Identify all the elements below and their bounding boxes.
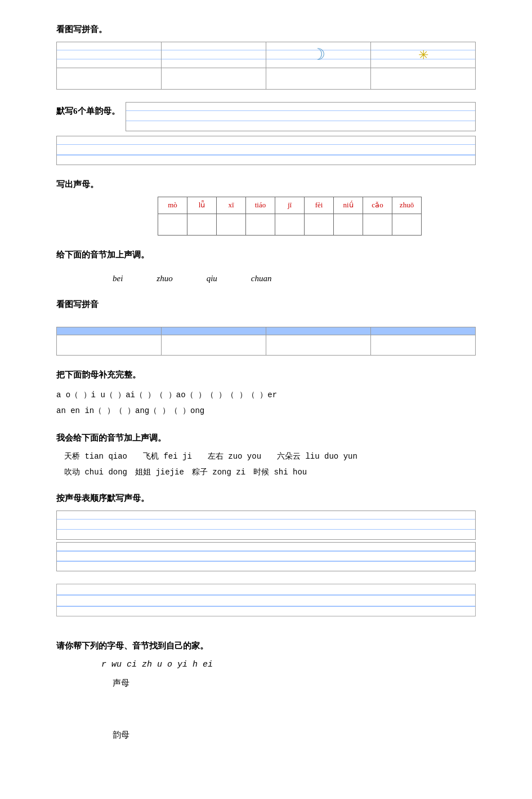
kw-4[interactable] — [371, 335, 476, 355]
ph-1: mò — [158, 197, 187, 214]
pinyin-header-row: mò lǖ xī tiáo jī fèi niǘ cǎo zhuō — [158, 197, 422, 214]
tones-area: bei zhuo qiu chuan — [56, 272, 476, 285]
mouxie-extra-box[interactable] — [56, 136, 476, 165]
ans-2[interactable] — [187, 214, 217, 235]
section-kangtu-2: 看图写拼音 — [56, 298, 476, 356]
section-jiayin: 我会给下面的音节加上声调。 天桥 tian qiao 飞机 fei ji 左右 … — [56, 431, 476, 479]
ans-4[interactable] — [246, 214, 275, 235]
section-zhaojia: 请你帮下列的字母、音节找到自己的家。 r wu ci zh u o yi h e… — [56, 629, 476, 742]
ans-6[interactable] — [305, 214, 334, 235]
ans-5[interactable] — [275, 214, 305, 235]
shengmu-label-text: 声母 — [113, 678, 129, 687]
ph-7: niǘ — [334, 197, 363, 214]
s5-title: 看图写拼音 — [56, 298, 476, 311]
letters-text: r wu ci zh u o yi h ei — [101, 658, 213, 672]
kl-4 — [371, 327, 476, 335]
kangtu-write-4[interactable] — [371, 68, 476, 89]
shengmu-write-box-1[interactable] — [56, 511, 476, 540]
kangtu-write-row — [57, 335, 476, 355]
kangtu-write-2[interactable] — [162, 68, 266, 89]
section-按shengmu: 按声母表顺序默写声母。 — [56, 491, 476, 571]
shengmu-table: mò lǖ xī tiáo jī fèi niǘ cǎo zhuō — [158, 197, 422, 236]
yunmu-text-2: an en in（ ）（ ）ang（ ）（ ）ong — [56, 406, 204, 415]
ans-1[interactable] — [158, 214, 187, 235]
s8-title: 按声母表顺序默写声母。 — [56, 491, 476, 505]
shengmu-write-box-2[interactable] — [56, 542, 476, 571]
jiayin-line-1: 天桥 tian qiao 飞机 fei ji 左右 zuo you 六朵云 li… — [56, 450, 476, 463]
section-extra-box — [56, 584, 476, 616]
kangtu-cell-1[interactable] — [57, 42, 162, 68]
letter-row: r wu ci zh u o yi h ei — [56, 658, 476, 672]
tone-1: bei — [113, 272, 123, 285]
ph-8: cǎo — [363, 197, 392, 214]
kw-1[interactable] — [57, 335, 162, 355]
ph-3: xī — [217, 197, 246, 214]
s9-title: 请你帮下列的字母、音节找到自己的家。 — [56, 639, 476, 652]
section-tones: 给下面的音节加上声调。 bei zhuo qiu chuan — [56, 248, 476, 285]
kl-3 — [266, 327, 371, 335]
s7-title: 我会给下面的音节加上声调。 — [56, 431, 476, 445]
jiayin-text-2: 吹动 chui dong 姐姐 jiejie 粽子 zong zi 时候 shi… — [56, 468, 307, 477]
mouxie-write-box[interactable] — [126, 102, 476, 131]
ph-9: zhuō — [392, 197, 422, 214]
ph-2: lǖ — [187, 197, 217, 214]
jiayin-line-2: 吹动 chui dong 姐姐 jiejie 粽子 zong zi 时候 shi… — [56, 466, 476, 478]
blank-answer-row — [158, 214, 422, 235]
tone-2: zhuo — [157, 272, 172, 285]
kangtu-line-row — [57, 327, 476, 335]
shengmu-label: 声母 — [56, 676, 476, 690]
yunmu-label-text: 韵母 — [113, 730, 129, 739]
kangtu-write-3[interactable] — [266, 68, 371, 89]
kangtu-cell-3[interactable]: ☽ — [266, 42, 371, 68]
s1-title: 看图写拼音。 — [56, 23, 476, 36]
yunmu-line-1: a o（ ）i u（ ）ai（ ）（ ）ao（ ）（ ）（ ）（ ）er — [56, 387, 476, 403]
ans-8[interactable] — [363, 214, 392, 235]
ph-5: jī — [275, 197, 305, 214]
kangtu-cell-4[interactable]: ✳ — [371, 42, 476, 68]
kl-1 — [57, 327, 162, 335]
section-kangtu-1: 看图写拼音。 ☽ ✳ — [56, 23, 476, 90]
extra-write-box[interactable] — [56, 584, 476, 616]
kangtu-grid-2 — [56, 327, 476, 356]
section-mouxie: 默写6个单韵母。 — [56, 102, 476, 165]
ans-3[interactable] — [217, 214, 246, 235]
s3-title: 写出声母。 — [56, 177, 476, 191]
tone-3: qiu — [207, 272, 217, 285]
kangtu-cell-2[interactable] — [162, 42, 266, 68]
yunmu-label: 韵母 — [56, 728, 476, 742]
kangtu-top-table: ☽ ✳ — [56, 42, 476, 90]
s6-title: 把下面韵母补充完整。 — [56, 368, 476, 381]
kangtu-write-1[interactable] — [57, 68, 162, 89]
tone-4: chuan — [251, 272, 272, 285]
yunmu-text-1: a o（ ）i u（ ）ai（ ）（ ）ao（ ）（ ）（ ）（ ）er — [56, 390, 277, 400]
ans-9[interactable] — [392, 214, 422, 235]
s4-title: 给下面的音节加上声调。 — [56, 248, 476, 261]
yunmu-line-2: an en in（ ）（ ）ang（ ）（ ）ong — [56, 403, 476, 419]
mouxie-container: 默写6个单韵母。 — [56, 102, 476, 131]
ph-6: fèi — [305, 197, 334, 214]
kw-2[interactable] — [162, 335, 266, 355]
jiayin-text-1: 天桥 tian qiao 飞机 fei ji 左右 zuo you 六朵云 li… — [56, 452, 357, 461]
section-shengmu: 写出声母。 mò lǖ xī tiáo jī fèi niǘ cǎo zhuō — [56, 177, 476, 236]
kw-3[interactable] — [266, 335, 371, 355]
ans-7[interactable] — [334, 214, 363, 235]
kl-2 — [162, 327, 266, 335]
section-yunmu-complete: 把下面韵母补充完整。 a o（ ）i u（ ）ai（ ）（ ）ao（ ）（ ）（… — [56, 368, 476, 419]
s2-title: 默写6个单韵母。 — [56, 102, 120, 118]
ph-4: tiáo — [246, 197, 275, 214]
